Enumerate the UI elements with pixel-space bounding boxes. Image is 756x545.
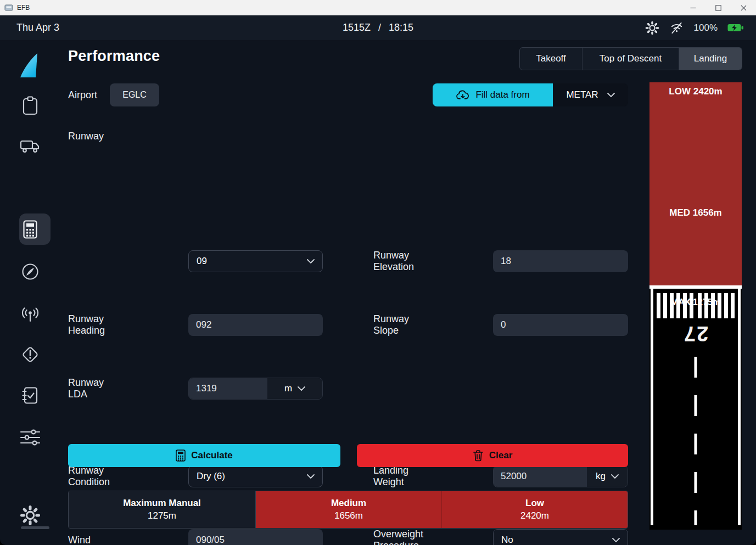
- result-value: 1275m: [148, 510, 176, 521]
- overweight-procedure-value: No: [501, 535, 513, 545]
- result-low: Low 2420m: [442, 491, 628, 528]
- runway-centerline: [695, 357, 697, 525]
- chevron-down-icon: [298, 386, 305, 391]
- gear-icon[interactable]: [645, 21, 659, 35]
- runway-condition-select[interactable]: Dry (6): [188, 465, 323, 487]
- landing-distance-zone: LOW 2420m MED 1656m: [649, 82, 742, 288]
- runway-select-value: 09: [197, 256, 207, 267]
- runway-label: Runway: [68, 125, 104, 147]
- fill-data-from-button[interactable]: Fill data from: [433, 83, 553, 106]
- fill-source-value: METAR: [566, 89, 598, 100]
- window-title: EFB: [17, 4, 30, 12]
- result-label: Medium: [331, 498, 366, 509]
- zulu-time: 1515Z: [343, 22, 371, 33]
- checklist-icon: [21, 386, 40, 406]
- sidebar-item-settings[interactable]: [0, 505, 60, 526]
- sidebar: [0, 40, 60, 545]
- chevron-down-icon: [307, 474, 315, 479]
- wind-input[interactable]: 090/05: [188, 529, 323, 545]
- wifi-off-icon[interactable]: [669, 21, 684, 35]
- truck-icon: [20, 139, 41, 154]
- chevron-down-icon: [607, 93, 615, 97]
- result-label: Maximum Manual: [123, 498, 201, 509]
- runway-number: 27: [649, 322, 742, 345]
- close-button[interactable]: [731, 0, 756, 15]
- trash-icon: [473, 450, 484, 462]
- runway-slope-value: 0: [501, 319, 506, 330]
- zone-med-label: MED 1656m: [649, 207, 742, 218]
- wind-label: Wind: [68, 529, 91, 545]
- runway-heading-value: 092: [196, 319, 211, 330]
- result-label: Low: [525, 498, 544, 509]
- result-value: 1656m: [334, 510, 363, 521]
- runway-lda-input[interactable]: 1319: [189, 378, 267, 399]
- runway-heading-input[interactable]: 092: [188, 314, 323, 336]
- page-title: Performance: [68, 48, 160, 65]
- overweight-procedure-label: Overweight Procedure: [373, 529, 423, 545]
- maximize-button[interactable]: [705, 0, 731, 15]
- sidebar-item-checklist[interactable]: [0, 386, 60, 406]
- wind-value: 090/05: [196, 535, 225, 545]
- sidebar-item-options[interactable]: [0, 429, 60, 446]
- battery-charging-icon: [727, 23, 744, 32]
- result-medium: Medium 1656m: [256, 491, 442, 528]
- calculator-icon: [23, 220, 38, 239]
- runway-elevation-label: Runway Elevation: [373, 250, 414, 272]
- landing-weight-input[interactable]: 52000: [494, 466, 587, 487]
- sidebar-item-ground-ops[interactable]: [0, 139, 60, 154]
- runway-lda-control: 1319 m: [188, 378, 323, 400]
- runway-heading-label: Runway Heading: [68, 314, 105, 336]
- sidebar-item-performance[interactable]: [0, 220, 60, 239]
- sidebar-item-navigation[interactable]: [0, 262, 60, 282]
- performance-tabs: Takeoff Top of Descent Landing: [519, 47, 742, 70]
- lda-unit-value: m: [284, 383, 292, 394]
- clipboard-icon: [21, 95, 39, 116]
- landing-weight-control: 52000 kg: [493, 465, 628, 487]
- fill-source-select[interactable]: METAR: [553, 83, 628, 106]
- local-time: 18:15: [389, 22, 413, 33]
- minimize-button[interactable]: [680, 0, 705, 15]
- fill-button-label: Fill data from: [475, 89, 529, 100]
- os-titlebar: EFB: [0, 0, 756, 15]
- result-maximum-manual: Maximum Manual 1275m: [69, 491, 256, 528]
- tab-takeoff[interactable]: Takeoff: [520, 48, 583, 70]
- runway-threshold-edge: [649, 285, 742, 289]
- runway-lda-value: 1319: [196, 383, 217, 394]
- sidebar-divider: [21, 526, 49, 529]
- clear-button[interactable]: Clear: [357, 444, 628, 467]
- results-bar: Maximum Manual 1275m Medium 1656m Low 24…: [68, 491, 628, 529]
- runway-condition-label: Runway Condition: [68, 465, 110, 487]
- landing-weight-value: 52000: [501, 471, 527, 482]
- runway-lda-label: Runway LDA: [68, 378, 104, 400]
- runway-elevation-value: 18: [501, 256, 511, 267]
- app-logo: [0, 52, 60, 78]
- airport-value-button[interactable]: EGLC: [110, 83, 159, 106]
- lda-unit-select[interactable]: m: [267, 378, 322, 399]
- sidebar-item-alerts[interactable]: [0, 344, 60, 366]
- weight-unit-select[interactable]: kg: [587, 466, 628, 487]
- airport-label: Airport: [68, 83, 97, 106]
- warning-icon: [19, 344, 41, 366]
- calculate-button[interactable]: Calculate: [68, 444, 340, 467]
- antenna-icon: [20, 305, 41, 325]
- runway-select[interactable]: 09: [188, 250, 323, 272]
- calculator-icon: [176, 450, 186, 462]
- runway-elevation-input[interactable]: 18: [493, 250, 628, 272]
- efb-window: EFB Thu Apr 3 1515Z / 18:15: [0, 0, 756, 545]
- sidebar-item-flightplan[interactable]: [0, 95, 60, 116]
- sidebar-item-comms[interactable]: [0, 305, 60, 325]
- zone-low-label: LOW 2420m: [649, 86, 742, 97]
- zone-max-label: MAX 1275m: [649, 297, 742, 307]
- calculate-button-label: Calculate: [191, 450, 233, 461]
- tab-top-of-descent[interactable]: Top of Descent: [583, 48, 679, 70]
- chevron-down-icon: [612, 538, 620, 542]
- runway-slope-input[interactable]: 0: [493, 314, 628, 336]
- landing-weight-label: Landing Weight: [373, 465, 408, 487]
- overweight-procedure-select[interactable]: No: [493, 529, 628, 545]
- tab-landing[interactable]: Landing: [679, 48, 742, 70]
- weight-unit-value: kg: [596, 471, 606, 482]
- result-value: 2420m: [520, 510, 549, 521]
- statusbar: Thu Apr 3 1515Z / 18:15 100%: [0, 15, 756, 40]
- clock-display: 1515Z / 18:15: [0, 15, 756, 40]
- battery-percentage: 100%: [694, 23, 718, 33]
